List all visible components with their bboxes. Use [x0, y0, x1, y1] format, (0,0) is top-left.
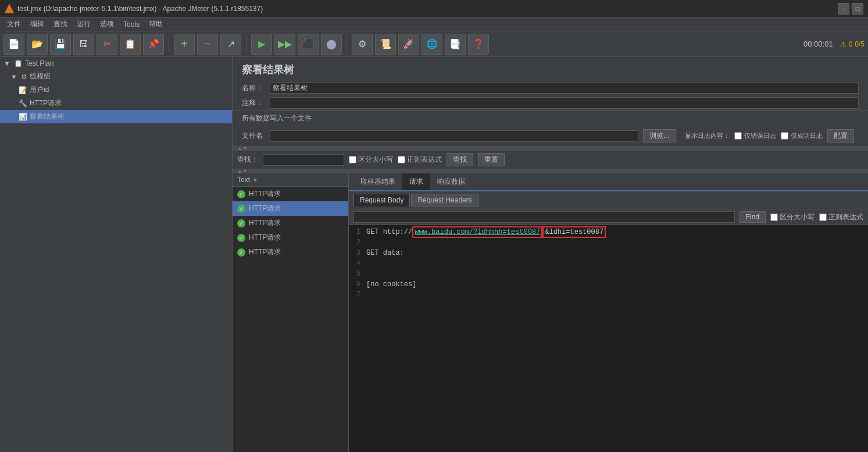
config-button[interactable]: 配置	[827, 129, 854, 143]
copy-button[interactable]: 📋	[120, 34, 141, 55]
tree-item-label: Test Plan	[25, 59, 53, 67]
case-sensitive-label[interactable]: 区分大小写	[349, 155, 393, 165]
find-input[interactable]	[353, 211, 735, 223]
log-button[interactable]: 📜	[375, 34, 396, 55]
start-no-pause-button[interactable]: ▶▶	[274, 34, 295, 55]
line-num-7: 7	[349, 291, 366, 299]
only-success-checkbox[interactable]	[781, 132, 788, 140]
name-input[interactable]	[270, 82, 859, 94]
remove-button[interactable]: −	[197, 34, 218, 55]
sub-tab-request-headers[interactable]: Request Headers	[411, 194, 478, 207]
app-icon	[5, 4, 14, 13]
tab-sampler-results[interactable]: 取样器结果	[353, 173, 402, 191]
code-line-6: 6 [no cookies]	[349, 280, 868, 290]
cut-button[interactable]: ✂	[97, 34, 117, 55]
results-header-text: Text	[237, 176, 250, 184]
tree-item-viewresults[interactable]: 📊 察看结果树	[0, 110, 232, 123]
window-title: test.jmx (D:\apache-jmeter-5.1.1\bin\tes…	[17, 5, 263, 13]
minimize-button[interactable]: ─	[838, 3, 849, 15]
name-row: 名称：	[233, 80, 868, 95]
menu-file[interactable]: 文件	[2, 18, 26, 30]
only-success-label[interactable]: 仅成功日志	[781, 131, 823, 140]
line-num-2: 2	[349, 239, 366, 247]
run-button[interactable]: 🚀	[398, 34, 419, 55]
result-item-0[interactable]: ✓ HTTP请求	[233, 187, 348, 201]
help-button[interactable]: ❓	[468, 34, 489, 55]
code-area: Find 区分大小写 正则表达式 1	[349, 209, 868, 452]
remote-button[interactable]: 🌐	[422, 34, 442, 55]
tree-threadgroup-icon: ⚙	[21, 73, 27, 81]
code-line-2: 2	[349, 238, 868, 248]
template-button[interactable]: 📑	[445, 34, 466, 55]
divider-top[interactable]: ▲▼	[233, 146, 868, 151]
case-sensitive-checkbox[interactable]	[349, 156, 356, 163]
code-line-1: 1 GET http://www.baidu.com/?ldhhhh=test0…	[349, 227, 868, 238]
log-controls: 显示日志内容： 仅错误日志 仅成功日志 配置	[680, 127, 859, 144]
window-controls[interactable]: ─ □	[838, 3, 863, 15]
test-count: 0/5	[855, 40, 865, 48]
browse-button[interactable]: 浏览...	[643, 129, 676, 143]
reset-button[interactable]: 重置	[478, 153, 505, 166]
stop-button[interactable]: ⬛	[298, 34, 319, 55]
tree-item-httprequest[interactable]: 🔧 HTTP请求	[0, 97, 232, 110]
menu-find[interactable]: 查找	[49, 18, 72, 30]
save-all-button[interactable]: 🖫	[73, 34, 94, 55]
menu-edit[interactable]: 编辑	[26, 18, 49, 30]
results-list-header[interactable]: Text ▼	[233, 173, 348, 187]
divider-bottom[interactable]: ▲▼	[233, 169, 868, 173]
menu-help[interactable]: 帮助	[144, 18, 167, 30]
file-input[interactable]	[270, 130, 638, 142]
result-label-1: HTTP请求	[249, 204, 281, 213]
code-line-3: 3 GET data:	[349, 248, 868, 259]
line-content-1: GET http://www.baidu.com/?ldhhhh=test008…	[366, 228, 606, 236]
section-all-data: 所有数据写入一个文件	[233, 111, 868, 126]
result-item-2[interactable]: ✓ HTTP请求	[233, 216, 348, 230]
new-button[interactable]: 📄	[3, 34, 24, 55]
tab-response-data[interactable]: 响应数据	[430, 173, 472, 191]
find-case-label[interactable]: 区分大小写	[770, 212, 815, 222]
find-case-checkbox[interactable]	[770, 213, 778, 221]
comment-input[interactable]	[270, 97, 859, 109]
panel-title: 察看结果树	[233, 57, 868, 80]
result-item-3[interactable]: ✓ HTTP请求	[233, 230, 348, 245]
paste-button[interactable]: 📌	[143, 34, 164, 55]
code-content: 1 GET http://www.baidu.com/?ldhhhh=test0…	[349, 225, 868, 452]
file-row: 文件名 浏览... 显示日志内容： 仅错误日志 仅成功日志 配置	[233, 126, 868, 146]
tree-httpreq-label: HTTP请求	[30, 98, 62, 108]
section-label: 所有数据写入一个文件	[242, 114, 312, 122]
only-error-label[interactable]: 仅错误日志	[734, 131, 776, 140]
tab-request[interactable]: 请求	[402, 173, 430, 191]
dropdown-arrow-icon: ▼	[252, 177, 258, 183]
right-panel: 察看结果树 名称： 注释： 所有数据写入一个文件 文件名 浏览... 显示日志内…	[233, 57, 868, 452]
maximize-button[interactable]: □	[852, 3, 863, 15]
url-param: &ldhi=test0087	[542, 226, 606, 238]
sub-tab-request-body[interactable]: Request Body	[353, 194, 410, 207]
settings-button[interactable]: ⚙	[352, 34, 373, 55]
find-code-button[interactable]: Find	[740, 211, 766, 223]
start-button[interactable]: ▶	[251, 34, 272, 55]
save-button[interactable]: 💾	[50, 34, 71, 55]
tree-item-threadgroup[interactable]: ▼ ⚙ 线程组	[0, 70, 232, 83]
search-input[interactable]	[263, 154, 344, 166]
result-label-2: HTTP请求	[249, 218, 281, 228]
add-button[interactable]: +	[174, 34, 195, 55]
regex-label[interactable]: 正则表达式	[398, 155, 442, 165]
shutdown-button[interactable]: ⬤	[321, 34, 342, 55]
find-button[interactable]: 查找	[446, 153, 473, 166]
only-error-checkbox[interactable]	[734, 132, 742, 140]
comment-row: 注释：	[233, 95, 868, 111]
regex-checkbox[interactable]	[398, 156, 405, 163]
menu-run[interactable]: 运行	[72, 18, 95, 30]
result-label-4: HTTP请求	[249, 247, 281, 257]
line-num-1: 1	[349, 228, 366, 236]
result-item-4[interactable]: ✓ HTTP请求	[233, 245, 348, 259]
menu-tools[interactable]: Tools	[119, 19, 144, 30]
menu-options[interactable]: 选项	[95, 18, 119, 30]
tree-item-testplan[interactable]: ▼ 📋 Test Plan	[0, 57, 232, 70]
move-up-button[interactable]: ↗	[220, 34, 241, 55]
find-regex-label[interactable]: 正则表达式	[819, 212, 863, 222]
find-regex-checkbox[interactable]	[819, 213, 827, 221]
tree-item-userid[interactable]: 📝 用户id	[0, 83, 232, 97]
open-button[interactable]: 📂	[27, 34, 48, 55]
result-item-1[interactable]: ✓ HTTP请求	[233, 201, 348, 216]
